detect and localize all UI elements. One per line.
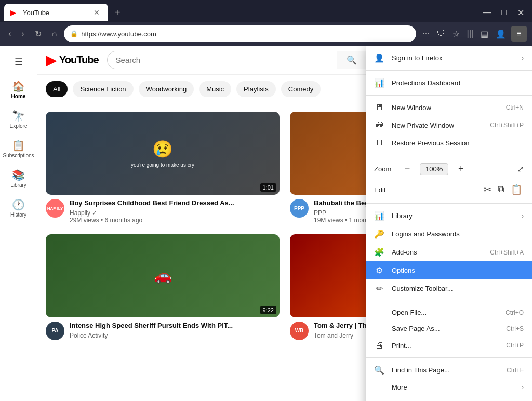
library-menu-icon: 📊 xyxy=(374,211,384,221)
options-label: Options xyxy=(392,266,524,274)
video-title: Intense High Speed Sheriff Pursuit Ends … xyxy=(70,322,280,330)
forward-button[interactable]: › xyxy=(18,27,27,41)
more-options-icon[interactable]: ··· xyxy=(420,27,431,41)
new-window-shortcut: Ctrl+N xyxy=(506,104,524,111)
zoom-expand-button[interactable]: ⤢ xyxy=(517,164,524,174)
menu-item-more[interactable]: More › xyxy=(366,379,532,395)
yt-logo[interactable]: ▶ YouTube xyxy=(46,51,99,69)
menu-item-signin[interactable]: 👤 Sign in to Firefox › xyxy=(366,49,532,67)
menu-section-windows: 🖥 New Window Ctrl+N 🕶 New Private Window… xyxy=(366,96,532,155)
signin-label: Sign in to Firefox xyxy=(392,54,514,62)
find-icon: 🔍 xyxy=(374,365,384,375)
sidebar-item-history[interactable]: 🕐 History xyxy=(0,194,37,222)
sidebar: ☰ 🏠 Home 🔭 Explore 📋 Subscriptions 📚 Lib… xyxy=(0,46,37,401)
sidebar-item-subscriptions[interactable]: 📋 Subscriptions xyxy=(0,135,37,163)
video-stats: 29M views • 6 months ago xyxy=(70,217,280,224)
paste-button[interactable]: 📋 xyxy=(509,182,524,197)
sidebar-item-explore[interactable]: 🔭 Explore xyxy=(0,105,37,133)
zoom-out-button[interactable]: − xyxy=(400,162,415,176)
signin-arrow: › xyxy=(522,55,524,62)
menu-item-webdev[interactable]: Web Developer › xyxy=(366,395,532,401)
profile-icon[interactable]: 👤 xyxy=(494,27,508,41)
menu-item-options[interactable]: ⚙ Options xyxy=(366,261,532,279)
menu-item-save-page[interactable]: Save Page As... Ctrl+S xyxy=(366,320,532,337)
menu-item-protections[interactable]: 📊 Protections Dashboard xyxy=(366,74,532,92)
refresh-button[interactable]: ↻ xyxy=(32,27,45,41)
sidebar-item-home[interactable]: 🏠 Home xyxy=(0,76,37,103)
yt-logo-icon: ▶ xyxy=(46,51,57,69)
addons-label: Add-ons xyxy=(392,248,483,256)
video-card[interactable]: 😢 you're going to make us cry 1:01 HAP I… xyxy=(46,112,280,224)
find-shortcut: Ctrl+F xyxy=(507,367,524,374)
back-button[interactable]: ‹ xyxy=(5,27,14,41)
yt-logo-text: YouTube xyxy=(59,54,99,66)
sidebar-hamburger-button[interactable]: ☰ xyxy=(10,52,27,72)
filter-chip-playlists[interactable]: Playlists xyxy=(236,81,276,97)
menu-item-find[interactable]: 🔍 Find in This Page... Ctrl+F xyxy=(366,361,532,379)
active-tab[interactable]: ▶ YouTube ✕ xyxy=(4,4,108,21)
menu-item-addons[interactable]: 🧩 Add-ons Ctrl+Shift+A xyxy=(366,243,532,261)
window-controls: — □ ✕ xyxy=(480,5,528,20)
menu-item-library[interactable]: 📊 Library › xyxy=(366,207,532,225)
protections-label: Protections Dashboard xyxy=(392,79,524,87)
avatar: HAP ILY xyxy=(46,199,64,218)
library-menu-label: Library xyxy=(392,212,514,220)
save-page-shortcut: Ctrl+S xyxy=(506,325,524,332)
save-page-label: Save Page As... xyxy=(392,325,499,332)
filter-chip-woodworking[interactable]: Woodworking xyxy=(139,81,194,97)
filter-chip-comedy[interactable]: Comedy xyxy=(281,81,321,97)
library-sidebar-icon: 📚 xyxy=(12,169,25,181)
edit-row: Edit ✂ ⧉ 📋 xyxy=(366,179,532,200)
video-meta: Boy Surprises Childhood Best Friend Dres… xyxy=(70,199,280,224)
firefox-menu-button[interactable]: ≡ xyxy=(511,26,527,42)
tab-close-button[interactable]: ✕ xyxy=(91,7,102,18)
menu-item-open-file[interactable]: Open File... Ctrl+O xyxy=(366,304,532,320)
zoom-in-button[interactable]: + xyxy=(454,162,468,176)
reader-mode-icon[interactable]: ▤ xyxy=(478,27,490,41)
search-button[interactable]: 🔍 xyxy=(337,51,366,69)
menu-item-print[interactable]: 🖨 Print... Ctrl+P xyxy=(366,337,532,354)
menu-item-logins[interactable]: 🔑 Logins and Passwords xyxy=(366,225,532,243)
home-icon: 🏠 xyxy=(12,80,25,92)
filter-chip-scifi[interactable]: Science Fiction xyxy=(73,81,133,97)
new-tab-button[interactable]: + xyxy=(110,7,125,19)
sidebar-subscriptions-label: Subscriptions xyxy=(3,153,34,158)
menu-section-signin: 👤 Sign in to Firefox › xyxy=(366,46,532,71)
menu-item-new-window[interactable]: 🖥 New Window Ctrl+N xyxy=(366,99,532,116)
bookmark-icon[interactable]: ☆ xyxy=(450,27,462,41)
filter-chip-music[interactable]: Music xyxy=(199,81,231,97)
video-thumbnail: 😢 you're going to make us cry 1:01 xyxy=(46,112,280,195)
tab-bar: ▶ YouTube ✕ + — □ ✕ xyxy=(0,0,532,22)
address-bar[interactable]: 🔒 https://www.youtube.com xyxy=(64,25,416,42)
filter-chip-all[interactable]: All xyxy=(46,81,68,97)
pocket-icon[interactable]: 🛡 xyxy=(435,27,447,41)
new-window-icon: 🖥 xyxy=(374,103,384,112)
nav-bar: ‹ › ↻ ⌂ 🔒 https://www.youtube.com ··· 🛡 … xyxy=(0,22,532,46)
minimize-button[interactable]: — xyxy=(480,5,495,20)
firefox-dropdown-menu: 👤 Sign in to Firefox › 📊 Protections Das… xyxy=(366,46,532,401)
explore-icon: 🔭 xyxy=(12,110,25,122)
more-arrow: › xyxy=(522,384,524,391)
video-card[interactable]: 🚗 9:22 PA Intense High Speed Sheriff Pur… xyxy=(46,234,280,340)
logins-label: Logins and Passwords xyxy=(392,230,524,238)
channel-name: Police Activity xyxy=(70,332,280,339)
menu-section-tools: 📊 Library › 🔑 Logins and Passwords 🧩 Add… xyxy=(366,204,532,301)
search-input[interactable] xyxy=(108,51,337,69)
maximize-button[interactable]: □ xyxy=(497,5,511,20)
restore-session-label: Restore Previous Session xyxy=(392,139,524,147)
menu-item-customize[interactable]: ✏ Customize Toolbar... xyxy=(366,279,532,298)
menu-section-find: 🔍 Find in This Page... Ctrl+F More › Web… xyxy=(366,358,532,401)
menu-item-restore-session[interactable]: 🖥 Restore Previous Session xyxy=(366,134,532,152)
menu-item-private-window[interactable]: 🕶 New Private Window Ctrl+Shift+P xyxy=(366,116,532,134)
avatar: PPP xyxy=(290,199,309,218)
cut-button[interactable]: ✂ xyxy=(482,182,493,197)
addons-icon: 🧩 xyxy=(374,247,384,257)
duration-badge: 9:22 xyxy=(260,306,276,314)
video-info: PA Intense High Speed Sheriff Pursuit En… xyxy=(46,322,280,340)
sidebar-item-library[interactable]: 📚 Library xyxy=(0,165,37,192)
home-button[interactable]: ⌂ xyxy=(49,27,60,41)
addons-shortcut: Ctrl+Shift+A xyxy=(490,249,524,256)
close-window-button[interactable]: ✕ xyxy=(513,5,528,20)
copy-button[interactable]: ⧉ xyxy=(496,182,506,197)
library-icon[interactable]: ||| xyxy=(465,27,475,41)
